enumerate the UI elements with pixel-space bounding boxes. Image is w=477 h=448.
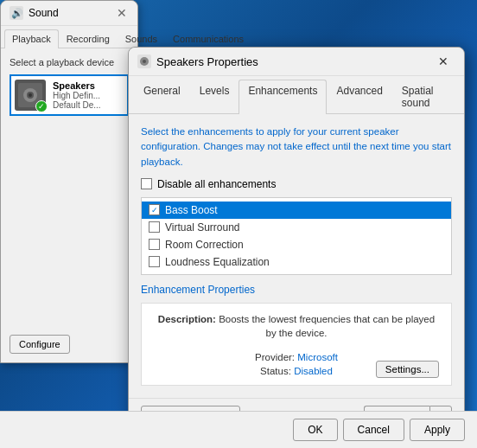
svg-text:🔊: 🔊 xyxy=(11,7,23,19)
configure-wrap: Configure xyxy=(10,335,70,354)
svg-point-5 xyxy=(29,93,32,97)
speakers-title-icon xyxy=(137,54,151,68)
enhancement-bass-boost[interactable]: Bass Boost xyxy=(142,202,451,219)
ep-desc-label: Description: xyxy=(158,314,216,324)
speakers-close-button[interactable]: ✕ xyxy=(431,53,455,70)
room-correction-label: Room Correction xyxy=(165,239,244,251)
sp-body: Select the enhancements to apply for you… xyxy=(129,114,464,405)
enhancements-list: Bass Boost Virtual Surround Room Correct… xyxy=(141,197,452,275)
loudness-eq-checkbox[interactable] xyxy=(149,256,160,267)
sp-description-text: Select the enhancements to apply for you… xyxy=(141,126,451,167)
select-device-label: Select a playback device xyxy=(10,57,129,67)
cancel-button[interactable]: Cancel xyxy=(343,419,404,441)
sound-title: Sound xyxy=(29,7,59,19)
ep-status-value: Disabled xyxy=(294,366,333,376)
tab-playback[interactable]: Playback xyxy=(4,29,59,48)
sp-description: Select the enhancements to apply for you… xyxy=(141,125,452,170)
speakers-title: Speakers Properties xyxy=(156,55,258,68)
enhancement-room-correction[interactable]: Room Correction xyxy=(142,236,451,253)
default-check-icon: ✓ xyxy=(35,100,48,112)
disable-enhancements-label: Disable all enhancements xyxy=(157,178,276,190)
virtual-surround-label: Virtual Surround xyxy=(165,221,240,234)
speaker-info: Speakers High Defin... Default De... xyxy=(53,80,101,110)
ep-provider-value: Microsoft xyxy=(297,352,338,362)
speaker-icon-wrap: ✓ xyxy=(15,80,46,111)
sound-icon: 🔊 xyxy=(10,6,23,20)
tab-enhancements[interactable]: Enhancements xyxy=(238,80,327,114)
configure-button[interactable]: Configure xyxy=(10,335,70,354)
enhancement-loudness-eq[interactable]: Loudness Equalization xyxy=(142,253,451,271)
sound-close-button[interactable]: ✕ xyxy=(115,6,129,20)
tab-spatial-sound[interactable]: Spatial sound xyxy=(392,80,459,113)
sound-dialog: 🔊 Sound ✕ Playback Recording Sounds Comm… xyxy=(0,0,138,363)
enhancement-props-box: Description: Boosts the lowest frequenci… xyxy=(141,303,452,386)
enhancement-virtual-surround[interactable]: Virtual Surround xyxy=(142,219,451,236)
speakers-titlebar: Speakers Properties ✕ xyxy=(129,48,464,76)
speaker-sub2: Default De... xyxy=(53,100,101,110)
ep-provider-label: Provider: xyxy=(255,352,295,362)
speakers-dialog: Speakers Properties ✕ General Levels Enh… xyxy=(128,47,465,436)
ep-status-label: Status: xyxy=(260,366,291,376)
speaker-name: Speakers xyxy=(53,80,101,91)
tab-general[interactable]: General xyxy=(134,80,190,113)
tab-recording[interactable]: Recording xyxy=(59,29,118,48)
ok-button[interactable]: OK xyxy=(293,419,337,441)
tab-levels[interactable]: Levels xyxy=(190,80,239,113)
sound-titlebar: 🔊 Sound ✕ xyxy=(1,1,137,26)
room-correction-checkbox[interactable] xyxy=(149,239,160,250)
enhancement-props-title: Enhancement Properties xyxy=(141,284,452,296)
sound-tabs: Playback Recording Sounds Communications xyxy=(1,26,137,48)
bass-boost-checkbox[interactable] xyxy=(149,204,160,215)
svg-point-8 xyxy=(143,60,146,63)
disable-enhancements-row[interactable]: Disable all enhancements xyxy=(141,178,452,190)
ep-desc-text: Boosts the lowest frequencies that can b… xyxy=(219,314,435,338)
disable-enhancements-checkbox[interactable] xyxy=(141,178,152,189)
tab-advanced[interactable]: Advanced xyxy=(327,80,391,113)
loudness-eq-label: Loudness Equalization xyxy=(165,256,270,268)
tab-communications[interactable]: Communications xyxy=(165,29,251,48)
speaker-sub1: High Defin... xyxy=(53,91,101,100)
tab-sounds[interactable]: Sounds xyxy=(118,29,165,48)
apply-button[interactable]: Apply xyxy=(410,419,465,441)
speaker-item[interactable]: ✓ Speakers High Defin... Default De... xyxy=(10,74,129,116)
ep-description: Description: Boosts the lowest frequenci… xyxy=(154,312,439,340)
bass-boost-label: Bass Boost xyxy=(165,204,218,216)
sound-content: Select a playback device ✓ Speakers High… xyxy=(1,48,137,125)
sp-tabs: General Levels Enhancements Advanced Spa… xyxy=(129,76,464,114)
virtual-surround-checkbox[interactable] xyxy=(149,221,160,233)
settings-button[interactable]: Settings... xyxy=(376,361,439,378)
sound-dialog-footer: OK Cancel Apply xyxy=(0,411,477,448)
